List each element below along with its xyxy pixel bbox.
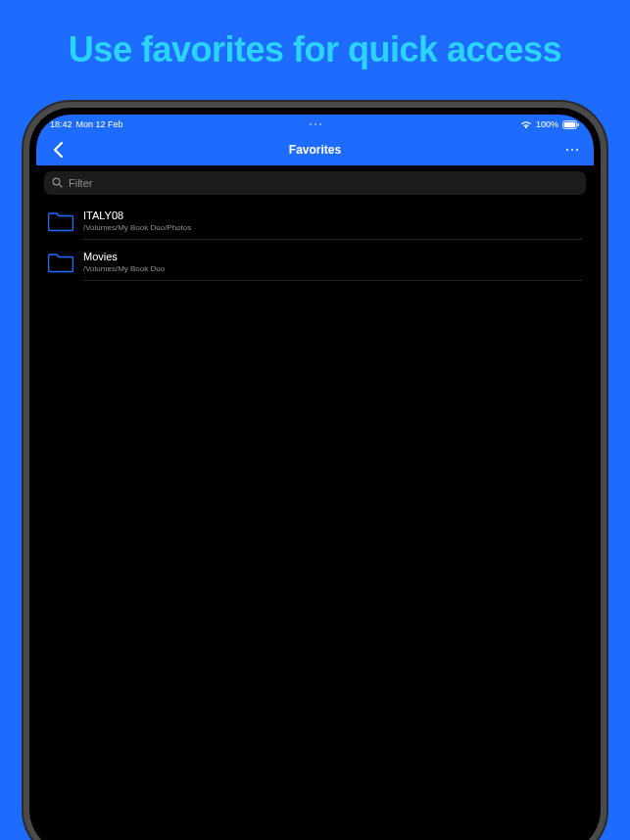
folder-icon xyxy=(48,252,73,273)
status-time: 18:42 xyxy=(50,119,73,129)
ellipsis-icon xyxy=(566,149,569,152)
status-battery-text: 100% xyxy=(536,119,558,129)
nav-bar: Favorites xyxy=(36,134,594,165)
status-bar: 18:42 Mon 12 Feb 100% xyxy=(36,115,594,134)
folder-icon xyxy=(48,210,73,232)
list-item-title: Movies xyxy=(83,251,582,263)
svg-rect-1 xyxy=(564,121,576,127)
search-icon xyxy=(52,174,63,192)
list-item-subtitle: /Volumes/My Book Duo xyxy=(83,264,582,274)
page-title: Favorites xyxy=(289,143,341,157)
svg-line-4 xyxy=(59,184,62,187)
battery-icon xyxy=(562,120,580,129)
list-item[interactable]: Movies /Volumes/My Book Duo xyxy=(36,242,594,283)
promo-headline: Use favorites for quick access xyxy=(0,29,630,70)
back-button[interactable] xyxy=(46,138,70,162)
ellipsis-icon xyxy=(576,149,579,152)
list-item-text: Movies /Volumes/My Book Duo xyxy=(83,250,582,281)
list-item-subtitle: /Volumes/My Book Duo/Photos xyxy=(83,223,582,233)
device-screen: 18:42 Mon 12 Feb 100% Favorites xyxy=(36,115,594,840)
list-item-title: ITALY08 xyxy=(83,210,582,222)
filter-input[interactable]: Filter xyxy=(44,171,586,195)
wifi-icon xyxy=(520,120,532,129)
favorites-list: ITALY08 /Volumes/My Book Duo/Photos Movi… xyxy=(36,201,594,283)
list-item[interactable]: ITALY08 /Volumes/My Book Duo/Photos xyxy=(36,201,594,242)
multitask-dots-icon xyxy=(310,123,321,125)
ellipsis-icon xyxy=(571,149,574,152)
status-date: Mon 12 Feb xyxy=(76,119,123,129)
filter-placeholder: Filter xyxy=(69,177,92,189)
more-button[interactable] xyxy=(560,138,584,162)
device-frame: 18:42 Mon 12 Feb 100% Favorites xyxy=(29,108,601,840)
chevron-left-icon xyxy=(53,142,64,158)
list-item-text: ITALY08 /Volumes/My Book Duo/Photos xyxy=(83,209,582,240)
svg-rect-2 xyxy=(578,123,579,126)
